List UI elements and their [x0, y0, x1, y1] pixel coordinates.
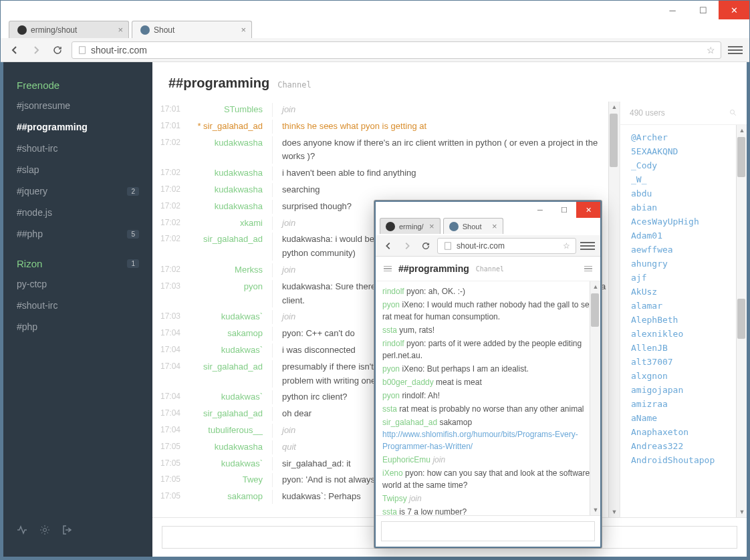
- bookmark-icon[interactable]: ☆: [563, 241, 570, 251]
- sidebar-channel[interactable]: #shout-irc: [3, 295, 152, 316]
- maximize-button[interactable]: ☐: [688, 1, 719, 19]
- msg-nick[interactable]: pyon: [193, 280, 273, 308]
- msg-nick[interactable]: sakamop: [193, 327, 273, 341]
- sidebar-channel[interactable]: py-ctcp: [3, 273, 152, 295]
- user-item[interactable]: Anaphaxeton: [620, 425, 747, 439]
- back-button[interactable]: [381, 239, 396, 253]
- back-button[interactable]: [7, 43, 22, 57]
- user-item[interactable]: alxgnon: [620, 369, 747, 383]
- activity-icon[interactable]: [17, 525, 27, 535]
- msg-nick[interactable]: sir_galahad_ad: [193, 233, 273, 261]
- msg-nick[interactable]: kudakwasha: [193, 166, 273, 180]
- minimize-button[interactable]: ─: [657, 1, 688, 19]
- msg-nick[interactable]: kudakwasha: [193, 136, 273, 164]
- msg-nick[interactable]: kudakwas`: [193, 457, 273, 471]
- user-item[interactable]: 5EXAAKQND: [620, 144, 747, 158]
- minimize-button[interactable]: ─: [528, 202, 552, 218]
- browser-tab-shout[interactable]: Shout ×: [443, 218, 503, 234]
- user-item[interactable]: alt37007: [620, 355, 747, 369]
- close-icon[interactable]: ×: [118, 25, 123, 35]
- user-item[interactable]: abdu: [620, 186, 747, 200]
- user-item[interactable]: AcesWayUpHigh: [620, 215, 747, 229]
- browser-tab-github[interactable]: erming/ ×: [380, 218, 441, 234]
- user-item[interactable]: AndroidShoutapop: [620, 453, 747, 467]
- message-list[interactable]: rindolf pyon: ah, OK. :-)pyon iXeno: I w…: [376, 281, 600, 515]
- msg-nick[interactable]: xkami: [193, 217, 273, 231]
- sidebar-channel[interactable]: #node.js: [3, 202, 152, 223]
- scroll-down-icon[interactable]: ▼: [590, 505, 600, 515]
- scrollbar-thumb[interactable]: [591, 293, 599, 327]
- gear-icon[interactable]: [39, 525, 50, 535]
- msg-nick[interactable]: Twey: [193, 473, 273, 487]
- scroll-up-icon[interactable]: ▲: [590, 281, 600, 292]
- forward-button[interactable]: [29, 43, 43, 57]
- msg-nick[interactable]: kudakwas`: [193, 310, 273, 324]
- user-item[interactable]: amizraa: [620, 397, 747, 411]
- msg-nick[interactable]: * sir_galahad_ad: [193, 120, 273, 134]
- msg-nick[interactable]: kudakwasha: [193, 440, 273, 454]
- sidebar-channel[interactable]: #jquery2: [3, 180, 152, 202]
- user-item[interactable]: Adam01: [620, 229, 747, 243]
- forward-button[interactable]: [400, 239, 414, 253]
- user-item[interactable]: AllenJB: [620, 341, 747, 355]
- scroll-down-icon[interactable]: ▼: [609, 507, 620, 517]
- user-item[interactable]: ahungry: [620, 257, 747, 271]
- reload-button[interactable]: [418, 239, 433, 253]
- users-toggle[interactable]: [584, 266, 592, 272]
- logout-icon[interactable]: [62, 525, 73, 535]
- user-item[interactable]: alexnikleo: [620, 327, 747, 341]
- user-item[interactable]: @Archer: [620, 130, 747, 144]
- user-item[interactable]: alamar: [620, 299, 747, 313]
- user-item[interactable]: abian: [620, 200, 747, 215]
- user-item[interactable]: aewffwea: [620, 243, 747, 257]
- msg-nick[interactable]: tubuliferous__: [193, 424, 273, 438]
- search-icon[interactable]: [729, 109, 737, 117]
- menu-button[interactable]: [580, 239, 595, 253]
- reload-button[interactable]: [50, 43, 65, 57]
- close-icon[interactable]: ×: [429, 221, 434, 231]
- scrollbar-thumb[interactable]: [737, 137, 745, 177]
- user-item[interactable]: AlephBeth: [620, 313, 747, 327]
- msg-nick[interactable]: STumbles: [193, 103, 273, 117]
- scroll-down-icon[interactable]: ▼: [737, 507, 747, 517]
- network-rizon[interactable]: Rizon1: [3, 254, 152, 273]
- scrollbar-thumb[interactable]: [610, 114, 618, 167]
- scrollbar[interactable]: ▲ ▼: [736, 125, 747, 517]
- msg-nick[interactable]: kudakwasha: [193, 200, 273, 214]
- user-item[interactable]: ajf: [620, 271, 747, 285]
- sidebar-channel[interactable]: ##php5: [3, 223, 152, 245]
- close-icon[interactable]: ×: [492, 221, 497, 231]
- msg-nick[interactable]: kudakwasha: [193, 183, 273, 197]
- msg-nick[interactable]: sakamop: [193, 490, 273, 504]
- user-list[interactable]: @Archer5EXAAKQND_Cody_W_abduabianAcesWay…: [620, 125, 747, 517]
- sidebar-channel[interactable]: ##programming: [3, 116, 152, 138]
- user-item[interactable]: aName: [620, 411, 747, 425]
- sidebar-channel[interactable]: #slap: [3, 159, 152, 180]
- user-item[interactable]: _Cody: [620, 158, 747, 172]
- user-item[interactable]: amigojapan: [620, 383, 747, 397]
- close-button[interactable]: ✕: [719, 1, 749, 19]
- scrollbar[interactable]: ▲ ▼: [608, 102, 619, 517]
- browser-tab-github[interactable]: erming/shout ×: [9, 21, 129, 38]
- msg-nick[interactable]: sir_galahad_ad: [193, 360, 273, 388]
- scrollbar[interactable]: ▲ ▼: [590, 281, 600, 515]
- network-freenode[interactable]: Freenode: [3, 76, 152, 95]
- address-bar[interactable]: shout-irc.com ☆: [437, 238, 576, 254]
- bookmark-icon[interactable]: ☆: [707, 45, 715, 55]
- message-input[interactable]: [381, 521, 595, 541]
- user-item[interactable]: AkUsz: [620, 285, 747, 299]
- maximize-button[interactable]: ☐: [552, 202, 576, 218]
- msg-nick[interactable]: kudakwas`: [193, 390, 273, 404]
- scroll-up-icon[interactable]: ▲: [609, 102, 620, 112]
- sidebar-channel[interactable]: #jsonresume: [3, 95, 152, 116]
- msg-nick[interactable]: Merkss: [193, 263, 273, 277]
- close-button[interactable]: ✕: [576, 202, 600, 218]
- scroll-up-icon[interactable]: ▲: [737, 125, 747, 136]
- msg-nick[interactable]: sir_galahad_ad: [193, 407, 273, 421]
- user-item[interactable]: _W_: [620, 172, 747, 186]
- sidebar-channel[interactable]: #shout-irc: [3, 138, 152, 159]
- msg-nick[interactable]: kudakwas`: [193, 343, 273, 358]
- address-bar[interactable]: shout-irc.com ☆: [72, 41, 721, 59]
- sidebar-channel[interactable]: #php: [3, 316, 152, 337]
- close-icon[interactable]: ×: [241, 25, 246, 35]
